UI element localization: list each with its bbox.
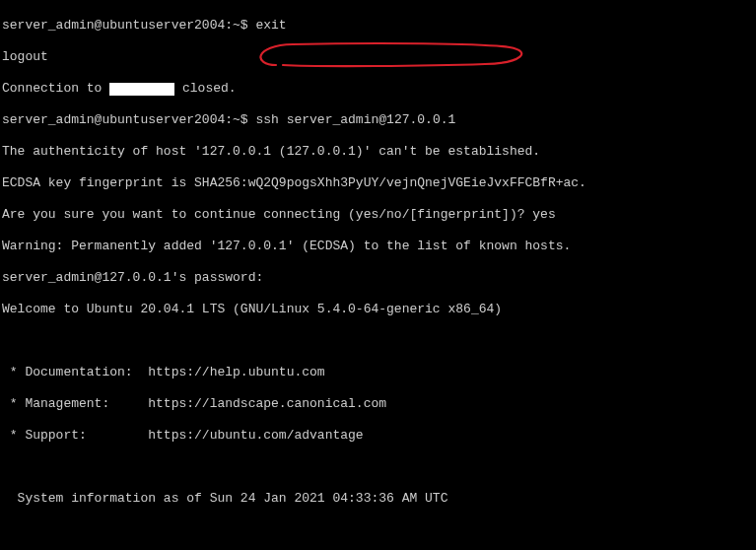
sysinfo-header: System information as of Sun 24 Jan 2021… (2, 491, 754, 507)
logout-msg: logout (2, 49, 754, 65)
password-prompt: server_admin@127.0.0.1's password: (2, 270, 754, 286)
blank (2, 522, 754, 538)
prompt-2: server_admin@ubuntuserver2004:~$ (2, 112, 255, 127)
connection-closed-post: closed. (174, 81, 236, 96)
support-link: * Support: https://ubuntu.com/advantage (2, 428, 754, 444)
doc-link: * Documentation: https://help.ubuntu.com (2, 365, 754, 380)
authenticity-msg: The authenticity of host '127.0.0.1 (127… (2, 144, 754, 160)
terminal-output[interactable]: server_admin@ubuntuserver2004:~$ exit lo… (0, 0, 756, 550)
blank (2, 459, 754, 475)
command-exit: exit (255, 18, 286, 33)
redacted-ip-1 (109, 83, 174, 96)
welcome-banner: Welcome to Ubuntu 20.04.1 LTS (GNU/Linux… (2, 302, 754, 317)
mgmt-link: * Management: https://landscape.canonica… (2, 396, 754, 412)
connection-closed-pre: Connection to (2, 81, 109, 96)
command-ssh: ssh server_admin@127.0.0.1 (255, 112, 455, 127)
continue-prompt: Are you sure you want to continue connec… (2, 207, 754, 223)
warning-added: Warning: Permanently added '127.0.0.1' (… (2, 239, 754, 254)
blank (2, 333, 754, 349)
fingerprint-msg: ECDSA key fingerprint is SHA256:wQ2Q9pog… (2, 175, 754, 191)
prompt-1: server_admin@ubuntuserver2004:~$ (2, 18, 255, 33)
